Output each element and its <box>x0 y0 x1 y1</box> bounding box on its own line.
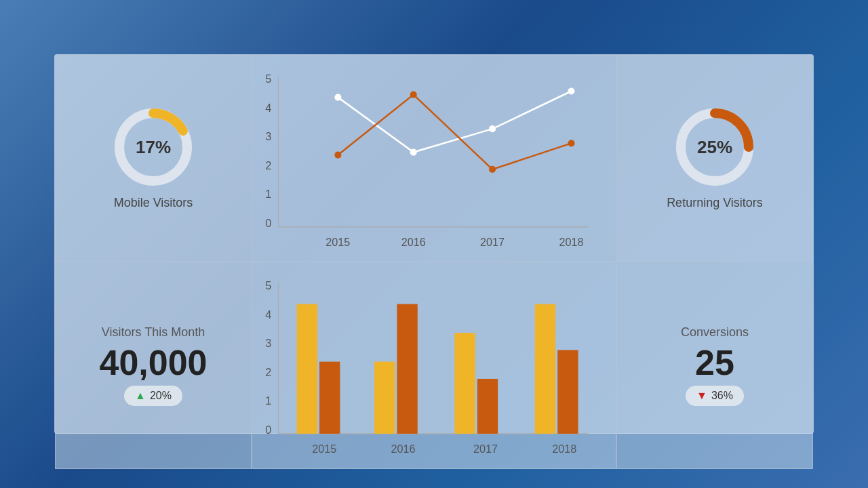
svg-text:2017: 2017 <box>480 236 505 248</box>
svg-point-21 <box>568 140 574 146</box>
badge-up-arrow: ▲ <box>135 390 146 402</box>
svg-point-16 <box>489 125 496 132</box>
conversions-badge: ▼ 36% <box>686 386 744 406</box>
svg-text:3: 3 <box>265 338 271 350</box>
line-chart-svg: 5 4 3 2 1 0 2015 2016 2017 2018 <box>259 62 602 254</box>
badge-down-arrow: ▼ <box>696 390 707 402</box>
visitors-month-cell: Visitors This Month 40,000 ▲ 20% <box>55 262 252 468</box>
line-chart-cell: 5 4 3 2 1 0 2015 2016 2017 2018 <box>252 55 616 262</box>
visitors-month-badge: ▲ 20% <box>124 386 182 406</box>
conversions-label: Conversions <box>681 325 749 340</box>
svg-rect-36 <box>297 304 317 434</box>
bar-chart-svg: 5 4 3 2 1 0 2015 2016 2017 2018 <box>259 269 602 461</box>
svg-text:4: 4 <box>265 308 271 321</box>
svg-text:5: 5 <box>265 280 271 292</box>
conversions-badge-value: 36% <box>711 390 733 402</box>
returning-visitors-cell: 25% Returning Visitors <box>616 55 813 262</box>
svg-text:2: 2 <box>265 366 271 378</box>
svg-point-19 <box>410 92 417 98</box>
visitors-month-badge-value: 20% <box>150 390 172 402</box>
svg-rect-42 <box>535 304 555 434</box>
svg-rect-39 <box>397 304 417 434</box>
svg-text:5: 5 <box>265 73 271 85</box>
svg-text:2018: 2018 <box>559 236 583 248</box>
svg-point-14 <box>334 94 341 101</box>
svg-point-18 <box>334 152 341 159</box>
mobile-visitors-donut: 17% <box>113 106 194 188</box>
svg-text:2015: 2015 <box>312 443 336 455</box>
svg-rect-40 <box>454 333 475 434</box>
mobile-visitors-label: Mobile Visitors <box>114 196 193 210</box>
svg-text:2016: 2016 <box>391 443 416 455</box>
dashboard: 17% Mobile Visitors 5 4 3 2 1 0 2015 201… <box>54 54 814 434</box>
visitors-month-count: 40,000 <box>99 345 207 380</box>
svg-point-17 <box>568 87 574 94</box>
svg-text:2018: 2018 <box>552 443 576 455</box>
returning-visitors-label: Returning Visitors <box>667 196 763 210</box>
svg-rect-41 <box>477 379 498 434</box>
svg-rect-43 <box>557 350 578 434</box>
svg-text:0: 0 <box>265 424 271 436</box>
svg-rect-38 <box>374 362 395 434</box>
svg-text:2015: 2015 <box>326 236 350 248</box>
svg-point-15 <box>410 149 417 156</box>
svg-rect-37 <box>319 362 340 434</box>
svg-text:2017: 2017 <box>473 443 498 455</box>
conversions-cell: Conversions 25 ▼ 36% <box>616 262 813 468</box>
returning-visitors-donut: 25% <box>674 106 755 188</box>
visitors-month-label: Visitors This Month <box>102 325 205 340</box>
mobile-visitors-cell: 17% Mobile Visitors <box>55 55 252 262</box>
svg-text:2: 2 <box>265 159 271 171</box>
svg-text:3: 3 <box>265 130 271 142</box>
svg-point-20 <box>489 166 496 173</box>
svg-text:4: 4 <box>265 102 271 114</box>
mobile-visitors-percent: 17% <box>136 137 171 158</box>
returning-visitors-percent: 25% <box>697 137 732 158</box>
bar-chart-cell: 5 4 3 2 1 0 2015 2016 2017 2018 <box>252 262 616 468</box>
conversions-count: 25 <box>695 345 734 380</box>
svg-text:2016: 2016 <box>401 236 426 248</box>
svg-text:1: 1 <box>265 188 271 200</box>
svg-text:0: 0 <box>265 217 271 229</box>
svg-text:1: 1 <box>265 395 271 407</box>
